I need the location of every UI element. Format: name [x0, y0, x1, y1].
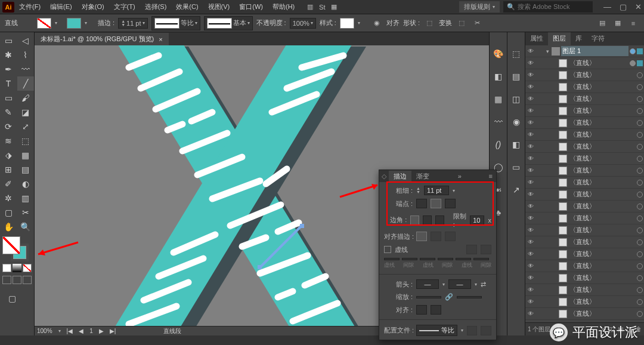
tab-stroke[interactable]: 描边 — [389, 171, 411, 182]
visibility-icon[interactable]: 👁 — [527, 48, 535, 54]
tab-gradient[interactable]: 渐变 — [411, 171, 434, 182]
cap-butt[interactable] — [416, 199, 427, 208]
layer-item[interactable]: 👁〈直线〉 — [525, 105, 644, 117]
layer-item[interactable]: 👁〈直线〉 — [525, 141, 644, 153]
layer-item[interactable]: 👁〈直线〉 — [525, 81, 644, 93]
document-tab[interactable]: 未标题-1.ai* @ 100% (RGB/GPU 预览) × — [35, 33, 169, 45]
asset-export-icon[interactable]: ↗ — [513, 185, 520, 195]
layer-item[interactable]: 👁〈直线〉 — [525, 117, 644, 129]
search-adobe-stock[interactable]: 🔍 搜索 Adobe Stock — [503, 1, 593, 13]
graphic-style-swatch[interactable] — [340, 18, 354, 29]
brushes-icon[interactable]: 〰 — [494, 117, 503, 127]
layer-item[interactable]: 👁〈直线〉 — [525, 177, 644, 189]
graphic-styles-icon[interactable]: ◧ — [512, 140, 520, 149]
layer-item[interactable]: 👁〈直线〉 — [525, 260, 644, 272]
tab-libraries[interactable]: 库 — [571, 32, 587, 45]
variable-width-profile[interactable]: 等比 ▾ — [151, 16, 200, 30]
lasso-tool[interactable]: ⌇ — [17, 48, 34, 62]
menu-type[interactable]: 文字(T) — [109, 2, 140, 11]
layer-item[interactable]: 👁〈直线〉 — [525, 93, 644, 105]
draw-normal[interactable] — [2, 276, 11, 284]
rectangle-tool[interactable]: ▭ — [0, 91, 17, 105]
nav-first-icon[interactable]: |◀ — [67, 328, 73, 334]
bridge-icon[interactable]: ▥ — [304, 3, 316, 11]
stroke-panel[interactable]: ◇ 描边 渐变 » ≡ 粗细 : ▲▼ 11 pt ▾ 端点 : 边角 : 限制… — [379, 170, 497, 340]
layer-item[interactable]: 👁〈直线〉 — [525, 296, 644, 308]
minimize-icon[interactable]: — — [603, 2, 611, 11]
mesh-tool[interactable]: ⊞ — [0, 162, 17, 177]
menu-help[interactable]: 帮助(H) — [268, 2, 299, 11]
arrow-start[interactable]: — — [416, 279, 439, 289]
blend-tool[interactable]: ◐ — [17, 177, 34, 191]
gradient-tool[interactable]: ▤ — [17, 162, 34, 177]
screen-mode[interactable]: ▢ — [4, 291, 20, 306]
draw-inside[interactable] — [23, 276, 32, 284]
shape-icon[interactable]: ⬚ — [423, 19, 435, 27]
eyedropper-tool[interactable]: ✐ — [0, 177, 17, 191]
stock-icon[interactable]: St — [316, 4, 328, 11]
shaper-tool[interactable]: ✎ — [0, 105, 17, 119]
arrow-end[interactable]: — — [448, 279, 471, 289]
artboard-tool[interactable]: ▢ — [0, 205, 17, 220]
color-mode[interactable] — [2, 264, 11, 272]
layer-item[interactable]: 👁〈直线〉 — [525, 201, 644, 212]
panel-icon[interactable]: ▤ — [596, 19, 608, 27]
layer-item[interactable]: 👁〈直线〉 — [525, 308, 644, 320]
magic-wand-tool[interactable]: ✱ — [0, 48, 17, 62]
layer-item[interactable]: 👁〈直线〉 — [525, 165, 644, 177]
column-graph-tool[interactable]: ▥ — [17, 191, 34, 205]
essentials-dropdown[interactable]: 排版规则 ▾ — [459, 1, 500, 13]
hand-tool[interactable]: ✋ — [0, 220, 17, 234]
align-center[interactable] — [416, 232, 427, 241]
chevron-down-icon[interactable]: ▾ — [311, 20, 313, 26]
align-panel-icon[interactable]: ▤ — [512, 72, 520, 81]
selection-tool[interactable]: ▭ — [0, 33, 17, 48]
align-label[interactable]: 对齐 — [386, 19, 400, 27]
layer-item[interactable]: 👁〈直线〉 — [525, 236, 644, 248]
direct-select-tool[interactable]: ◁ — [17, 33, 34, 48]
chevron-down-icon[interactable]: ▾ — [143, 20, 145, 26]
menu-file[interactable]: 文件(F) — [14, 2, 45, 11]
profile-dd[interactable]: 等比 — [416, 325, 457, 336]
target-icon[interactable] — [630, 60, 636, 66]
layer-item[interactable]: 👁〈直线〉 — [525, 284, 644, 296]
layer-item[interactable]: 👁〈直线〉 — [525, 212, 644, 224]
zoom-tool[interactable]: 🔍 — [17, 220, 34, 234]
layer-item[interactable]: 👁〈直线〉 — [525, 224, 644, 236]
pathfinder-icon[interactable]: ◫ — [512, 94, 520, 104]
symbol-sprayer-tool[interactable]: ✲ — [0, 191, 17, 205]
stroke-swatch[interactable] — [67, 18, 81, 29]
stroke-dd-icon[interactable]: ▾ — [85, 20, 87, 26]
nav-last-icon[interactable]: ▶| — [110, 328, 116, 334]
cut-icon[interactable]: ✂ — [471, 19, 483, 27]
twirl-down-icon[interactable]: ▾ — [544, 48, 550, 54]
nav-prev-icon[interactable]: ◀ — [79, 328, 83, 334]
stepper-icon[interactable]: ▲▼ — [121, 20, 125, 27]
menu-edit[interactable]: 编辑(E) — [45, 2, 77, 11]
isolate-icon[interactable]: ⬚ — [456, 19, 467, 27]
layer-item[interactable]: 👁〈直线〉 — [525, 272, 644, 284]
chevron-down-icon[interactable]: ▾ — [453, 188, 455, 193]
close-icon[interactable]: ✕ — [635, 2, 642, 11]
color-panel-icon[interactable]: 🎨 — [493, 49, 503, 58]
swap-arrows-icon[interactable]: ⇄ — [481, 281, 486, 288]
recolor-icon[interactable]: ◉ — [371, 19, 383, 27]
fill-stroke-control[interactable] — [2, 236, 32, 263]
chevron-down-icon[interactable]: ▾ — [58, 328, 61, 334]
join-round[interactable] — [423, 215, 432, 225]
color-guide-icon[interactable]: ◧ — [494, 72, 502, 81]
fill-color-chip[interactable] — [2, 236, 20, 254]
tab-properties[interactable]: 属性 — [525, 32, 548, 45]
type-tool[interactable]: T — [0, 76, 17, 91]
close-icon[interactable]: × — [159, 36, 162, 43]
miter-limit-input[interactable]: 10 — [470, 215, 484, 225]
line-segment-tool[interactable]: ╱ — [17, 76, 34, 91]
tab-layers[interactable]: 图层 — [548, 32, 571, 45]
layer-row-top[interactable]: 👁 ▾ 图层 1 — [525, 45, 644, 57]
layer-item[interactable]: 👁〈直线〉 — [525, 57, 644, 69]
layer-item[interactable]: 👁〈直线〉 — [525, 189, 644, 201]
join-bevel[interactable] — [435, 215, 444, 225]
stroke-weight-stepper[interactable]: ▲▼ 11 pt ▾ — [118, 18, 147, 29]
menu-select[interactable]: 选择(S) — [140, 2, 172, 11]
panel-menu-icon[interactable]: ≡ — [627, 20, 639, 27]
